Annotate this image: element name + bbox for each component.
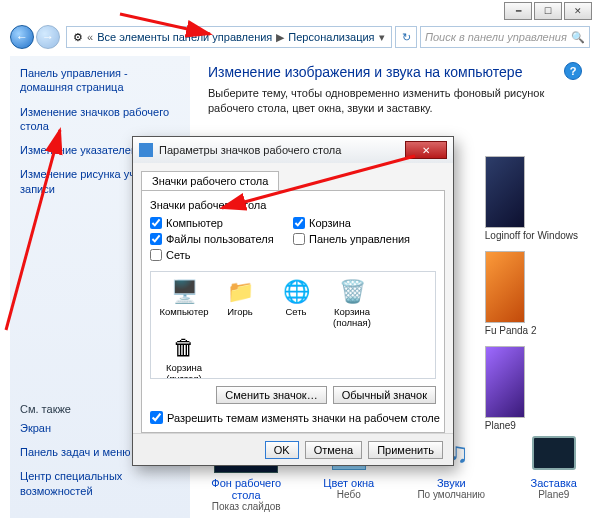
window-minimize-button[interactable] (504, 2, 532, 20)
see-also-ease-of-access[interactable]: Центр специальных возможностей (20, 469, 180, 498)
nav-back-button[interactable]: ← (10, 25, 34, 49)
icon-computer[interactable]: 🖥️Компьютер (157, 278, 211, 328)
icon-recycle-full[interactable]: 🗑️Корзина (полная) (325, 278, 379, 328)
theme-label: Plane9 (485, 420, 578, 431)
check-network[interactable]: Сеть (150, 249, 293, 261)
ok-button[interactable]: OK (265, 441, 299, 459)
icon-network[interactable]: 🌐Сеть (269, 278, 323, 328)
recycle-full-icon: 🗑️ (337, 278, 367, 306)
change-icon-button[interactable]: Сменить значок… (216, 386, 326, 404)
check-recycle-bin[interactable]: Корзина (293, 217, 436, 229)
screensaver-icon (532, 436, 576, 470)
apply-button[interactable]: Применить (368, 441, 443, 459)
group-label: Значки рабочего стола (150, 199, 436, 211)
network-icon: 🌐 (281, 278, 311, 306)
computer-icon: 🖥️ (169, 278, 199, 306)
theme-thumb[interactable] (485, 251, 525, 323)
window-maximize-button[interactable] (534, 2, 562, 20)
window-close-button[interactable] (564, 2, 592, 20)
breadcrumb-level1[interactable]: Все элементы панели управления (97, 31, 272, 43)
dialog-title: Параметры значков рабочего стола (159, 144, 341, 156)
search-placeholder: Поиск в панели управления (425, 31, 567, 43)
search-icon: 🔍 (571, 31, 585, 44)
dialog-close-button[interactable]: ✕ (405, 141, 447, 159)
breadcrumb-level2[interactable]: Персонализация (288, 31, 374, 43)
page-title: Изменение изображения и звука на компьют… (208, 64, 574, 80)
tab-desktop-icons[interactable]: Значки рабочего стола (141, 171, 279, 190)
sidebar-link-home[interactable]: Панель управления - домашняя страница (20, 66, 180, 95)
user-folder-icon: 📁 (225, 278, 255, 306)
breadcrumb[interactable]: ⚙ « Все элементы панели управления ▶ Пер… (66, 26, 392, 48)
help-button[interactable]: ? (564, 62, 582, 80)
cancel-button[interactable]: Отмена (305, 441, 362, 459)
default-icon-button[interactable]: Обычный значок (333, 386, 436, 404)
allow-themes-label: Разрешить темам изменять значки на рабоч… (167, 412, 440, 424)
theme-thumb[interactable] (485, 156, 525, 228)
icon-user[interactable]: 📁Игорь (213, 278, 267, 328)
check-computer[interactable]: Компьютер (150, 217, 293, 229)
recycle-empty-icon: 🗑 (169, 334, 199, 362)
desktop-icons-dialog: Параметры значков рабочего стола ✕ Значк… (132, 136, 454, 466)
search-input[interactable]: Поиск в панели управления 🔍 (420, 26, 590, 48)
check-control-panel[interactable]: Панель управления (293, 233, 436, 245)
allow-themes-checkbox[interactable] (150, 411, 163, 424)
sidebar-link-desktop-icons[interactable]: Изменение значков рабочего стола (20, 105, 180, 134)
control-panel-icon: ⚙ (73, 31, 83, 44)
check-user-files[interactable]: Файлы пользователя (150, 233, 293, 245)
theme-label: Fu Panda 2 (485, 325, 578, 336)
icon-recycle-empty[interactable]: 🗑Корзина (пустая) (157, 334, 211, 379)
dialog-icon (139, 143, 153, 157)
refresh-button[interactable]: ↻ (395, 26, 417, 48)
page-description: Выберите тему, чтобы одновременно измени… (208, 86, 574, 117)
dialog-titlebar[interactable]: Параметры значков рабочего стола ✕ (133, 137, 453, 163)
theme-thumb[interactable] (485, 346, 525, 418)
bottom-screensaver[interactable]: Заставка Plane9 (518, 433, 591, 512)
nav-forward-button[interactable]: → (36, 25, 60, 49)
chevron-down-icon[interactable]: ▾ (379, 31, 385, 44)
theme-label: Loginoff for Windows (485, 230, 578, 241)
address-bar: ← → ⚙ « Все элементы панели управления ▶… (10, 24, 590, 50)
icon-preview-list[interactable]: 🖥️Компьютер 📁Игорь 🌐Сеть 🗑️Корзина (полн… (150, 271, 436, 379)
